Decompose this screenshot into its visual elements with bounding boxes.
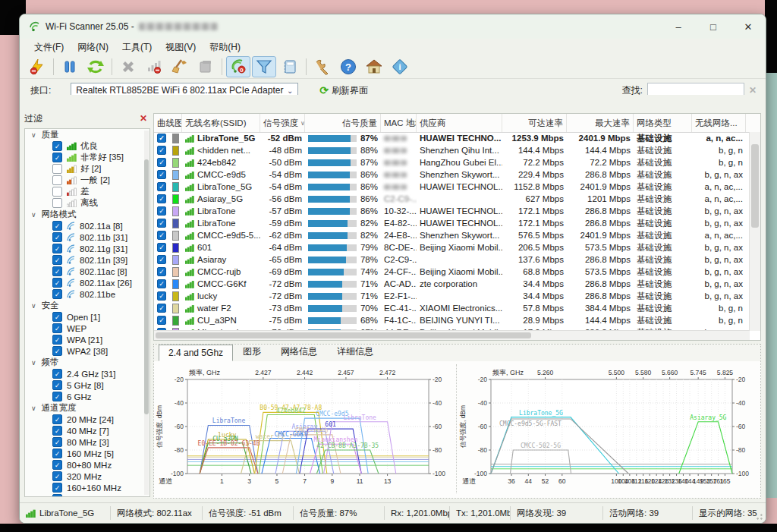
- row-checkbox[interactable]: ✓: [157, 146, 166, 155]
- filter-item[interactable]: ✓ 802.11ax [26]: [25, 277, 149, 288]
- filter-checkbox[interactable]: ✓: [52, 460, 62, 470]
- copy-button[interactable]: [193, 56, 218, 77]
- filter-group-通道宽度[interactable]: ∨通道宽度: [25, 402, 149, 414]
- menu-item[interactable]: 视图(V): [159, 39, 203, 55]
- maximize-button[interactable]: □: [696, 14, 731, 39]
- table-row[interactable]: ✓LibraTone-57 dBm86%10-32-...HUAWEI TECH…: [154, 205, 750, 217]
- filter-checkbox[interactable]: ✓: [52, 392, 62, 401]
- search-clear-icon[interactable]: ✕: [749, 85, 757, 96]
- row-checkbox[interactable]: ✓: [157, 304, 166, 313]
- column-header[interactable]: 供应商: [417, 114, 502, 132]
- filter-item[interactable]: ✓优良: [25, 140, 149, 152]
- start-stop-scan-button[interactable]: [25, 56, 49, 77]
- table-row[interactable]: ✓Asiaray_5G-56 dBm86%C2-C9-...627 Mbps12…: [154, 193, 750, 205]
- filter-item[interactable]: 差: [25, 186, 149, 197]
- pause-button[interactable]: [58, 56, 82, 77]
- column-header[interactable]: MAC 地址: [381, 114, 417, 132]
- settings-button[interactable]: [310, 56, 335, 77]
- table-row[interactable]: ✓424eb842-50 dBm87%HangZhou Gubei El...7…: [154, 156, 750, 168]
- table-row[interactable]: ✓CMCC-e9d5-5...-62 dBm82%24-E8-...Shenzh…: [154, 229, 750, 241]
- filter-item[interactable]: ✓ 802.11a [8]: [25, 220, 149, 231]
- row-checkbox[interactable]: ✓: [157, 182, 166, 191]
- table-row[interactable]: ✓LibraTone-59 dBm82%E4-82-...HUAWEI TECH…: [154, 217, 750, 229]
- filter-checkbox[interactable]: ✓: [52, 323, 62, 333]
- filter-checkbox[interactable]: ✓: [52, 335, 62, 345]
- filter-item[interactable]: 离线: [25, 197, 149, 209]
- filter-item[interactable]: ✓WEP: [25, 323, 149, 334]
- menu-item[interactable]: 帮助(H): [203, 39, 247, 55]
- column-header[interactable]: 网络类型: [634, 114, 692, 132]
- filter-item[interactable]: 好 [2]: [25, 163, 149, 175]
- filter-item[interactable]: ✓80+80 MHz: [25, 459, 149, 471]
- row-checkbox[interactable]: ✓: [157, 267, 166, 276]
- table-row[interactable]: ✓CU_a3PN-75 dBm68%F4-1C-...BEIJING YUNYI…: [154, 314, 750, 326]
- filter-checkbox[interactable]: ✓: [52, 153, 62, 162]
- filter-item[interactable]: ✓ 802.11be: [25, 288, 149, 300]
- table-horizontal-scrollbar[interactable]: [154, 330, 750, 340]
- row-checkbox[interactable]: ✓: [157, 243, 166, 252]
- filter-checkbox[interactable]: ✓: [52, 141, 62, 151]
- title-bar[interactable]: Wi-Fi Scanner 25.05 - – □ ✕: [20, 14, 766, 39]
- column-header[interactable]: 曲线图: [154, 114, 182, 132]
- table-row[interactable]: ✓Asiaray-65 dBm78%C2-C9-...137.6 Mbps286…: [154, 253, 750, 266]
- table-row[interactable]: ✓CMCC-rujb-69 dBm74%24-CF-...Beijing Xia…: [154, 266, 750, 278]
- row-checkbox[interactable]: ✓: [157, 170, 166, 179]
- signal-disable-button[interactable]: [142, 56, 166, 77]
- filter-checkbox[interactable]: ✓: [52, 266, 62, 276]
- filter-checkbox[interactable]: ✓: [52, 426, 62, 436]
- filter-item[interactable]: ✓ 802.11ac [8]: [25, 266, 149, 277]
- row-checkbox[interactable]: ✓: [157, 158, 166, 167]
- filter-tree-scrollbar[interactable]: [144, 131, 149, 495]
- filter-checkbox[interactable]: ✓: [52, 255, 62, 265]
- column-header[interactable]: 最大速率: [567, 114, 634, 132]
- filter-checkbox[interactable]: [52, 198, 62, 208]
- bottom-tab-1[interactable]: 2.4 and 5Ghz: [159, 345, 233, 361]
- menu-item[interactable]: 工具(T): [115, 39, 159, 55]
- bottom-tab-3[interactable]: 网络信息: [271, 342, 327, 361]
- sound-alert-toggle-button[interactable]: 0: [226, 56, 250, 77]
- table-row[interactable]: ✓LibraTone_5G-54 dBm86%HUAWEI TECHNOL...…: [154, 181, 750, 193]
- filter-item[interactable]: ✓160 MHz [5]: [25, 448, 149, 459]
- table-row[interactable]: ✓CMCC-G6Kf-72 dBm71%AC-AD...zte corporat…: [154, 278, 750, 290]
- filter-item[interactable]: ✓20 MHz [24]: [25, 414, 149, 425]
- minimize-button[interactable]: –: [661, 14, 696, 39]
- filter-checkbox[interactable]: ✓: [52, 244, 62, 253]
- filter-item[interactable]: ✓ 802.11n [39]: [25, 254, 149, 266]
- filter-item[interactable]: ✓WPA [21]: [25, 334, 149, 345]
- filter-checkbox[interactable]: [52, 164, 62, 174]
- filter-item[interactable]: ✓5 GHz [8]: [25, 379, 149, 391]
- close-button[interactable]: ✕: [731, 14, 766, 39]
- row-checkbox[interactable]: ✓: [157, 219, 166, 228]
- menu-item[interactable]: 文件(F): [27, 39, 71, 55]
- filter-checkbox[interactable]: ✓: [52, 437, 62, 447]
- row-checkbox[interactable]: ✓: [157, 231, 166, 240]
- filter-item[interactable]: ✓40 MHz [7]: [25, 425, 149, 436]
- row-checkbox[interactable]: ✓: [157, 291, 166, 301]
- menu-item[interactable]: 网络(N): [71, 39, 115, 55]
- filter-item[interactable]: ✓2.4 GHz [31]: [25, 368, 149, 379]
- details-view-button[interactable]: [278, 56, 302, 77]
- filter-checkbox[interactable]: ✓: [52, 232, 62, 242]
- filter-group-安全[interactable]: ∨安全: [25, 300, 149, 311]
- row-checkbox[interactable]: ✓: [157, 134, 166, 143]
- clear-button[interactable]: [168, 56, 192, 77]
- filter-item[interactable]: ✓ 802.11g [31]: [25, 243, 149, 254]
- filter-item[interactable]: ✓Open [1]: [25, 311, 149, 323]
- filter-item[interactable]: ✓160+160 MHz: [25, 482, 149, 493]
- filter-checkbox[interactable]: ✓: [52, 346, 62, 356]
- filter-checkbox[interactable]: ✓: [52, 494, 62, 497]
- filter-item[interactable]: ✓6 GHz: [25, 391, 149, 402]
- table-vertical-scrollbar[interactable]: [749, 132, 760, 331]
- filter-item[interactable]: ✓WPA2 [38]: [25, 345, 149, 357]
- column-header[interactable]: 信号质量: [305, 114, 381, 132]
- filter-checkbox[interactable]: ✓: [52, 471, 62, 481]
- column-header[interactable]: 无线名称(SSID): [182, 114, 260, 132]
- column-header[interactable]: 无线网络...: [692, 114, 746, 132]
- filter-checkbox[interactable]: ✓: [52, 278, 62, 288]
- column-header[interactable]: 可达速率: [502, 114, 567, 132]
- table-row[interactable]: ✓LibraTone_5G-52 dBm87%HUAWEI TECHNO...1…: [154, 132, 750, 144]
- bottom-tab-4[interactable]: 详细信息: [327, 342, 383, 361]
- table-row[interactable]: ✓601-64 dBm79%8C-DE-...Beijing Xiaomi Mo…: [154, 241, 750, 253]
- rescan-button[interactable]: [83, 56, 108, 77]
- row-checkbox[interactable]: ✓: [157, 279, 166, 288]
